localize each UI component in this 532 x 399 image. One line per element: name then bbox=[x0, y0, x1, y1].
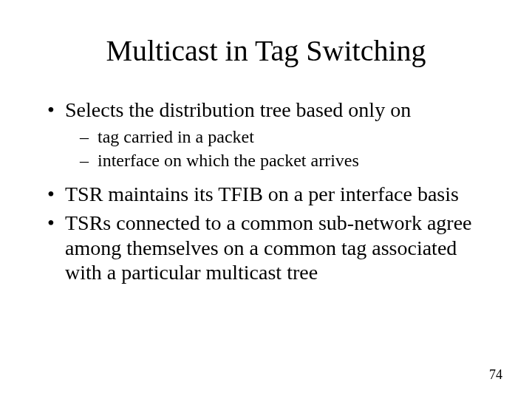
sub-bullet-list: tag carried in a packet interface on whi… bbox=[65, 126, 488, 171]
slide-title: Multicast in Tag Switching bbox=[44, 33, 488, 68]
slide-body: Selects the distribution tree based only… bbox=[44, 98, 488, 285]
list-item: TSR maintains its TFIB on a per interfac… bbox=[44, 182, 488, 207]
list-item-text: TSRs connected to a common sub-network a… bbox=[65, 211, 472, 284]
bullet-list: Selects the distribution tree based only… bbox=[44, 98, 488, 285]
sub-list-item: interface on which the packet arrives bbox=[65, 149, 488, 171]
list-item: TSRs connected to a common sub-network a… bbox=[44, 211, 488, 285]
list-item-text: TSR maintains its TFIB on a per interfac… bbox=[65, 183, 459, 205]
sub-list-item: tag carried in a packet bbox=[65, 126, 488, 148]
page-number: 74 bbox=[489, 367, 502, 383]
list-item-text: Selects the distribution tree based only… bbox=[65, 98, 411, 121]
slide: Multicast in Tag Switching Selects the d… bbox=[0, 0, 532, 399]
list-item: Selects the distribution tree based only… bbox=[44, 98, 488, 171]
